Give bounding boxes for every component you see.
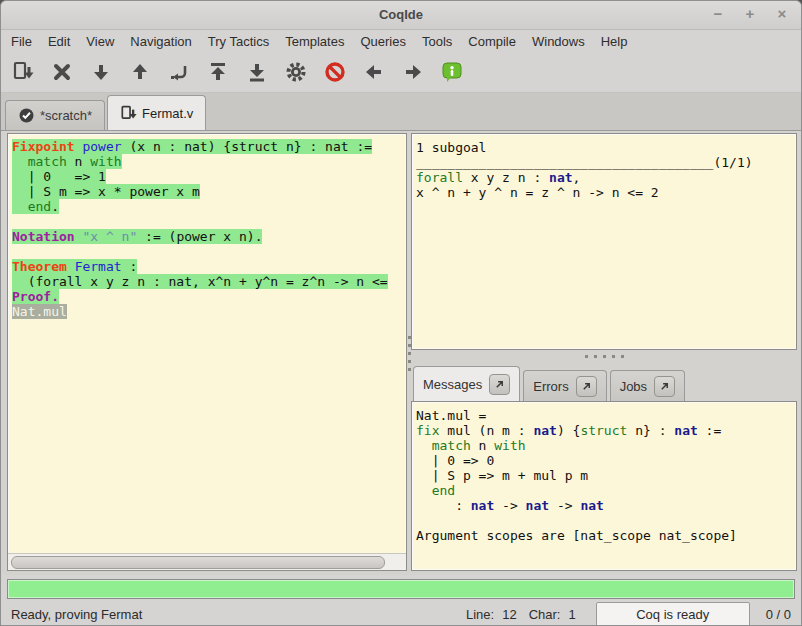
tab-label: Fermat.v <box>142 106 193 121</box>
char-label: Char: <box>529 607 561 622</box>
menu-queries[interactable]: Queries <box>352 32 414 51</box>
toolbar <box>1 52 801 93</box>
document-tabstrip: *scratch* Fermat.v <box>1 93 801 131</box>
menu-compile[interactable]: Compile <box>460 32 524 51</box>
status-message: Ready, proving Fermat <box>11 607 458 622</box>
menu-try-tactics[interactable]: Try Tactics <box>200 32 277 51</box>
tab-errors[interactable]: Errors <box>523 370 606 401</box>
script-buffer[interactable]: Fixpoint power (x n : nat) {struct n} : … <box>8 134 406 553</box>
tab-messages[interactable]: Messages <box>413 366 520 401</box>
close-icon[interactable] <box>50 60 74 84</box>
menu-help[interactable]: Help <box>593 32 636 51</box>
main-area: Fixpoint power (x n : nat) {struct n} : … <box>1 131 801 575</box>
messages-display: Nat.mul =fix mul (n m : nat) {struct n} … <box>412 402 796 549</box>
titlebar: CoqIde − + × <box>1 1 801 30</box>
save-icon <box>120 105 137 122</box>
coq-status-indicator: Coq is ready <box>596 602 750 626</box>
restart-icon[interactable] <box>206 60 230 84</box>
coqide-window: CoqIde − + × File Edit View Navigation T… <box>0 0 802 626</box>
menu-templates[interactable]: Templates <box>277 32 352 51</box>
line-label: Line: <box>466 607 494 622</box>
interrupt-icon[interactable] <box>323 60 347 84</box>
horizontal-pane-handle[interactable] <box>411 351 797 361</box>
goal-pane: 1 subgoal_______________________________… <box>411 133 797 350</box>
menu-file[interactable]: File <box>3 32 40 51</box>
menu-edit[interactable]: Edit <box>40 32 78 51</box>
fully-check-icon[interactable] <box>284 60 308 84</box>
menu-view[interactable]: View <box>78 32 122 51</box>
progress-bar <box>7 579 795 599</box>
tab-label: Jobs <box>620 379 647 394</box>
menu-windows[interactable]: Windows <box>524 32 593 51</box>
statusbar: Ready, proving Fermat Line: 12 Char: 1 C… <box>1 599 801 626</box>
minimize-button[interactable]: − <box>709 5 727 23</box>
tab-scratch[interactable]: *scratch* <box>5 100 105 130</box>
tab-label: *scratch* <box>40 108 92 123</box>
tab-jobs[interactable]: Jobs <box>610 370 685 401</box>
messages-pane: Nat.mul =fix mul (n m : nat) {struct n} … <box>411 401 797 571</box>
tab-fermat[interactable]: Fermat.v <box>107 95 206 130</box>
tab-label: Messages <box>423 377 482 392</box>
char-value: 1 <box>568 607 575 622</box>
back-icon[interactable] <box>362 60 386 84</box>
check-circle-icon <box>18 107 35 124</box>
menu-navigation[interactable]: Navigation <box>122 32 199 51</box>
detach-errors-button[interactable] <box>576 376 597 397</box>
goto-cursor-icon[interactable] <box>167 60 191 84</box>
menu-tools[interactable]: Tools <box>414 32 460 51</box>
goal-counter: 0 / 0 <box>766 607 791 622</box>
step-forward-icon[interactable] <box>89 60 113 84</box>
about-icon[interactable] <box>440 60 464 84</box>
line-value: 12 <box>502 607 516 622</box>
scrollbar-thumb[interactable] <box>11 556 385 569</box>
tab-label: Errors <box>533 379 568 394</box>
message-tabstrip: Messages Errors Jobs <box>411 363 797 401</box>
script-editor-pane[interactable]: Fixpoint power (x n : nat) {struct n} : … <box>7 133 407 571</box>
step-back-icon[interactable] <box>128 60 152 84</box>
detach-messages-button[interactable] <box>489 374 510 395</box>
go-to-end-icon[interactable] <box>245 60 269 84</box>
save-icon[interactable] <box>11 60 35 84</box>
window-title: CoqIde <box>1 7 801 22</box>
close-button[interactable]: × <box>773 5 791 23</box>
forward-icon[interactable] <box>401 60 425 84</box>
detach-jobs-button[interactable] <box>654 376 675 397</box>
menubar: File Edit View Navigation Try Tactics Te… <box>1 30 801 52</box>
maximize-button[interactable]: + <box>741 5 759 23</box>
editor-h-scrollbar[interactable] <box>8 553 406 570</box>
goal-display: 1 subgoal_______________________________… <box>412 134 796 206</box>
